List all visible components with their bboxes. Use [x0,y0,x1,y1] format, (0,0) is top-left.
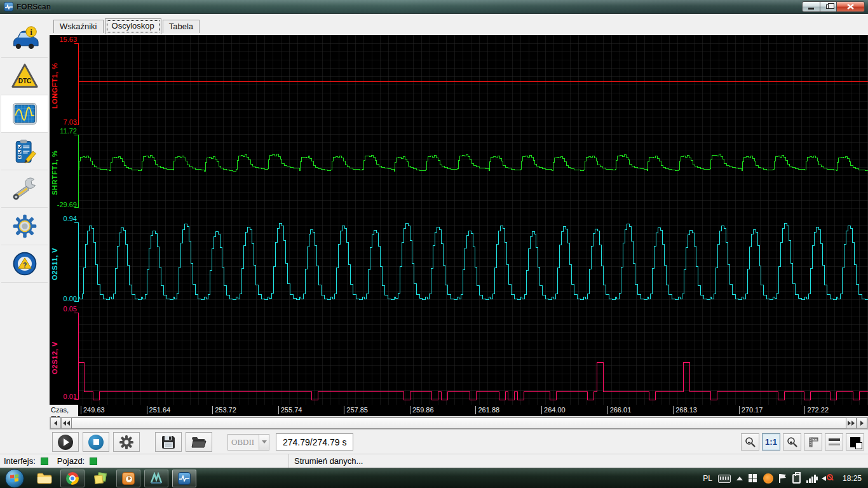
tab-wskazniki[interactable]: Wskaźniki [53,20,104,33]
zoom-out-button[interactable] [741,433,759,451]
x-tick-label: 249.63 [81,406,105,414]
sidebar-item-help[interactable]: ? [1,245,48,283]
oscilloscope-icon [10,100,39,128]
sidebar: i DTC [1,20,48,283]
windows-tray-icon[interactable] [749,474,757,483]
status-bar: Interfejs: Pojazd: Strumień danych... [0,454,868,468]
y-min-longft1: 7.03 [50,118,77,126]
x-tick-label: 270.17 [739,406,763,414]
taskbar-forscan[interactable] [172,470,196,487]
start-button[interactable] [3,469,27,488]
gear-icon [10,212,39,240]
connection-type-select[interactable]: OBDII [227,434,269,451]
x-tick-label: 259.86 [410,406,434,414]
restore-button[interactable] [820,1,837,12]
arrow-double-right-icon [851,421,855,426]
sidebar-item-tests[interactable] [1,133,48,170]
oscilloscope-plot[interactable]: LONGFT1, % SHRTFT1, % O2S11, V O2S12, V … [50,35,868,416]
save-floppy-icon [161,435,176,450]
scroll-end-button[interactable] [846,417,857,429]
keyboard-layout-icon[interactable] [718,475,731,483]
network-signal-icon[interactable] [806,475,816,483]
y-min-shrtft1: -29.69 [50,201,77,208]
sidebar-item-service[interactable] [1,170,48,208]
action-center-flag-icon[interactable] [779,474,787,483]
x-tick-label: 264.00 [541,406,566,414]
zoom-in-button[interactable] [783,433,801,451]
language-indicator[interactable]: PL [703,474,712,483]
x-axis-label: Czas, ms [50,405,78,416]
invert-colors-button[interactable] [846,433,864,451]
scope-canvas [50,35,868,405]
open-button[interactable] [186,432,212,452]
scroll-start-button[interactable] [61,417,72,429]
taskbar-app-n[interactable] [144,470,168,487]
y-min-o2s12: 0.01 [50,393,77,400]
stop-button[interactable] [83,432,109,452]
zoom-reset-button[interactable]: 1:1 [762,433,780,451]
title-bar: FORScan [0,0,868,14]
show-hidden-icons[interactable] [736,477,743,480]
sticky-notes-icon [94,472,107,485]
line-style-button[interactable] [825,433,843,451]
svg-text:DTC: DTC [18,78,31,85]
tab-tabela[interactable]: Tabela [163,20,200,33]
chevron-down-icon [262,440,267,444]
y-min-o2s11: 0.00 [50,295,77,302]
play-icon [58,435,73,450]
measure-button[interactable] [804,433,822,451]
chrome-icon [66,472,79,485]
x-tick-label: 257.85 [344,406,368,414]
forscan-app-icon [4,2,13,11]
dropdown-button[interactable] [259,435,269,450]
windows-orb-icon [5,469,24,488]
car-info-icon: i [10,25,39,53]
scroll-left-button[interactable] [50,417,61,429]
connection-status-panel: Interfejs: Pojazd: [0,454,289,468]
sidebar-item-dtc[interactable]: DTC [1,58,48,95]
wrench-icon [10,175,39,203]
tray-app-icon[interactable] [763,473,773,484]
taskbar-sticky-notes[interactable] [88,470,112,487]
system-tray: PL 18:25 [703,468,865,488]
help-steering-icon: ? [10,250,39,278]
scrollbar-thumb[interactable] [71,417,846,429]
tab-bar: Wskaźniki Oscyloskop Tabela [53,18,201,33]
outlook-icon [122,472,135,485]
x-tick-label: 251.64 [147,406,171,414]
sidebar-item-settings[interactable] [1,208,48,245]
folder-icon [37,472,52,485]
y-max-shrtft1: 11.72 [50,127,77,135]
tray-clipboard-icon[interactable] [792,474,801,484]
taskbar-outlook[interactable] [116,470,140,487]
screen: { "window": { "title": "FORScan" }, "tab… [0,0,868,488]
dtc-warning-icon: DTC [10,62,39,90]
x-tick-label: 272.22 [804,406,829,414]
connection-type-value: OBDII [228,437,259,447]
taskbar-chrome[interactable] [60,470,85,487]
minimize-button[interactable] [802,1,820,12]
play-button[interactable] [52,432,79,452]
tab-oscyloskop[interactable]: Oscyloskop [105,18,161,34]
record-settings-button[interactable] [113,432,140,452]
test-procedures-icon [10,137,39,165]
scroll-right-button[interactable] [857,417,867,429]
stop-icon [88,435,104,450]
channel-label-o2s12: O2S12, V [51,327,60,388]
arrow-double-left-icon [67,421,70,426]
save-button[interactable] [155,432,182,452]
sidebar-item-vehicle-info[interactable]: i [1,20,48,58]
minimize-icon [808,8,814,10]
y-max-longft1: 15.63 [50,36,77,43]
ruler-icon [808,437,819,448]
timeline-scrollbar [50,417,868,430]
channel-label-shrtft1: SHRTFT1, % [51,142,60,203]
x-tick-label: 255.74 [278,406,302,414]
close-button[interactable] [836,1,865,12]
sidebar-item-oscilloscope[interactable] [1,95,48,133]
volume-muted-icon[interactable] [822,473,833,484]
x-tick-label: 266.01 [607,406,632,414]
taskbar-clock[interactable]: 18:25 [843,474,862,483]
n-app-icon [149,472,163,485]
taskbar-explorer[interactable] [32,470,57,487]
